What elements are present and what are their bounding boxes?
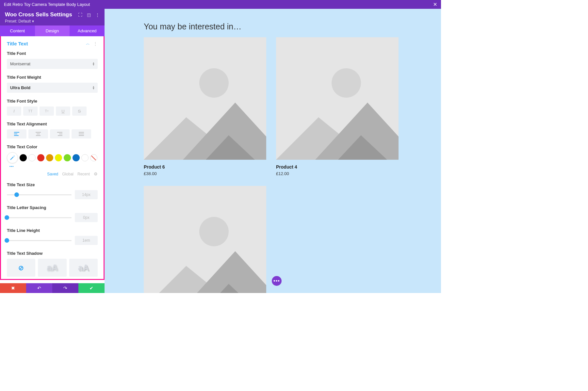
close-icon[interactable]: ×: [433, 1, 437, 8]
undo-button[interactable]: ↶: [26, 283, 52, 293]
swatch-black[interactable]: [20, 154, 27, 161]
strikethrough-button[interactable]: S: [72, 106, 87, 116]
svg-point-18: [332, 68, 361, 98]
color-label: Title Text Color: [7, 144, 98, 149]
settings-header: Woo Cross Sells Settings ⛶ ◫ ⋮ Preset: D…: [0, 9, 105, 25]
save-button[interactable]: ✔: [78, 283, 105, 293]
shadow-opt-2[interactable]: aA: [69, 259, 98, 277]
settings-title: Woo Cross Sells Settings: [5, 11, 72, 18]
preview-heading: You may be interested in…: [144, 22, 402, 31]
shadow-opt-1[interactable]: aA: [38, 259, 66, 277]
svg-point-23: [199, 217, 229, 246]
swatch-none[interactable]: [90, 154, 97, 161]
preview-area: You may be interested in… Product 6 £38.…: [105, 9, 441, 293]
product-card[interactable]: Product 4 £12.00: [276, 37, 399, 176]
underline-button[interactable]: U: [56, 106, 70, 116]
chevron-up-icon[interactable]: ︿: [86, 41, 90, 46]
style-label: Title Font Style: [7, 99, 98, 104]
preset-selector[interactable]: Preset: Default ▾: [5, 19, 100, 24]
letter-slider[interactable]: [7, 217, 72, 218]
product-title: Product 4: [276, 164, 399, 170]
line-value[interactable]: 1em: [75, 236, 98, 245]
focus-icon[interactable]: ⛶: [78, 12, 82, 17]
shadow-opt-4[interactable]: aA: [38, 279, 66, 280]
caret-icon: ▴▾: [93, 62, 94, 66]
colortab-recent[interactable]: Recent: [77, 172, 90, 176]
svg-point-13: [199, 68, 229, 98]
weight-label: Title Font Weight: [7, 75, 98, 80]
weight-select[interactable]: Ultra Bold ▴▾: [7, 83, 98, 93]
colortab-saved[interactable]: Saved: [47, 172, 58, 176]
section-title: Title Text: [7, 41, 28, 46]
size-value[interactable]: 14px: [75, 190, 98, 199]
cancel-button[interactable]: ✖: [0, 283, 26, 293]
more-icon[interactable]: ⋮: [95, 12, 100, 17]
align-justify-button[interactable]: [72, 129, 91, 138]
more-colors-icon[interactable]: •••: [7, 165, 98, 168]
product-card[interactable]: Product 6 £38.00: [144, 37, 266, 176]
color-picker-button[interactable]: [7, 152, 18, 163]
tabs: Content Design Advanced: [0, 25, 105, 36]
align-left-button[interactable]: [7, 129, 26, 138]
letter-label: Title Letter Spacing: [7, 205, 98, 210]
swatch-green[interactable]: [64, 154, 71, 161]
uppercase-button[interactable]: TT: [23, 106, 38, 116]
product-image-placeholder: [144, 37, 266, 160]
product-card[interactable]: [144, 186, 266, 293]
product-title: Product 6: [144, 164, 266, 170]
tab-advanced[interactable]: Advanced: [70, 25, 105, 36]
swatch-orange[interactable]: [46, 154, 53, 161]
fab-button[interactable]: •••: [272, 276, 282, 286]
swatch-red[interactable]: [37, 154, 44, 161]
section-header[interactable]: Title Text ︿ ⋮: [1, 36, 104, 51]
panel-icon[interactable]: ◫: [87, 12, 91, 17]
font-select[interactable]: Montserrat ▴▾: [7, 59, 98, 69]
product-image-placeholder: [144, 186, 266, 293]
shadow-opt-5[interactable]: aA: [69, 279, 98, 280]
colortab-global[interactable]: Global: [62, 172, 74, 176]
shadow-opt-3[interactable]: aA: [7, 279, 35, 280]
redo-button[interactable]: ↷: [52, 283, 78, 293]
footer-bar: ✖ ↶ ↷ ✔: [0, 283, 105, 293]
shadow-none[interactable]: ⊘: [7, 259, 35, 277]
align-center-button[interactable]: [28, 129, 48, 138]
top-bar: Edit Retro Toy Camera Template Body Layo…: [0, 0, 441, 9]
design-panel: Title Text ︿ ⋮ Title Font Montserrat ▴▾ …: [0, 36, 105, 280]
tab-design[interactable]: Design: [35, 25, 70, 36]
align-right-button[interactable]: [50, 129, 70, 138]
caret-icon: ▴▾: [93, 86, 94, 90]
size-slider[interactable]: [7, 194, 72, 195]
section-more-icon[interactable]: ⋮: [93, 41, 98, 46]
smallcaps-button[interactable]: TT: [40, 106, 54, 116]
letter-value[interactable]: 0px: [75, 213, 98, 222]
size-label: Title Text Size: [7, 182, 98, 187]
italic-button[interactable]: I: [7, 106, 21, 116]
swatch-yellow[interactable]: [55, 154, 62, 161]
product-price: £12.00: [276, 171, 399, 176]
shadow-label: Title Text Shadow: [7, 251, 98, 256]
swatch-blue[interactable]: [73, 154, 80, 161]
swatch-white2[interactable]: [81, 154, 89, 161]
tab-content[interactable]: Content: [0, 25, 35, 36]
product-price: £38.00: [144, 171, 266, 176]
line-slider[interactable]: [7, 240, 72, 241]
font-label: Title Font: [7, 51, 98, 56]
align-label: Title Text Alignment: [7, 122, 98, 126]
line-label: Title Line Height: [7, 228, 98, 233]
product-image-placeholder: [276, 37, 399, 160]
swatch-white[interactable]: [28, 154, 36, 161]
color-settings-icon[interactable]: ⚙: [94, 171, 98, 176]
page-title: Edit Retro Toy Camera Template Body Layo…: [4, 2, 90, 7]
